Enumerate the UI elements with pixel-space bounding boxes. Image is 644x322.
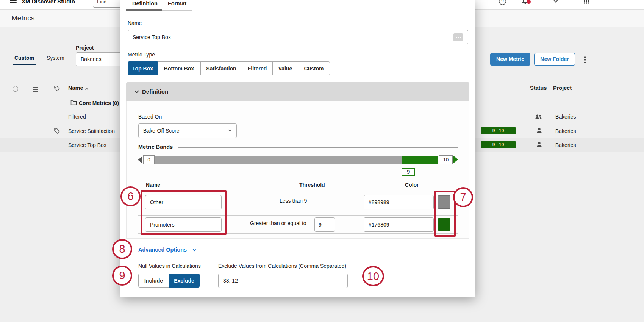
table-row-project: Bakeries (555, 128, 576, 134)
band-color-input[interactable] (364, 217, 434, 232)
table-row-folder-name[interactable]: Core Metrics (0) (79, 100, 119, 106)
null-values-exclude-button[interactable]: Exclude (169, 274, 200, 288)
account-chevron-down-icon[interactable] (553, 0, 558, 3)
metric-type-custom[interactable]: Custom (298, 61, 330, 75)
user-icon (536, 141, 542, 149)
slider-max-box: 10 (439, 155, 453, 164)
band-threshold-text: Less than 9 (280, 198, 307, 204)
range-badge: 9 - 10 (481, 127, 516, 134)
tab-custom-underline (13, 64, 36, 65)
null-values-include-button[interactable]: Include (138, 274, 169, 288)
advanced-options-link[interactable]: Advanced Options (138, 247, 187, 253)
table-row-name[interactable]: Filtered (68, 114, 86, 120)
metric-editor-dialog: Definition Format Name Metric Type Top B… (120, 0, 475, 297)
new-metric-button[interactable]: New Metric (490, 53, 530, 66)
more-options-icon[interactable] (453, 33, 463, 41)
advanced-options-chevron-icon[interactable] (193, 248, 196, 251)
menu-icon[interactable] (10, 0, 17, 7)
kebab-menu-icon[interactable] (584, 55, 586, 64)
table-row-project: Bakeries (555, 114, 576, 120)
users-icon (535, 114, 542, 122)
exclude-values-input[interactable] (218, 274, 348, 288)
app-title: XM Discover Studio (22, 0, 75, 5)
slider-right-arrow-icon[interactable] (453, 156, 458, 163)
sort-ascending-icon[interactable] (85, 88, 88, 91)
metric-type-bottom-box[interactable]: Bottom Box (157, 61, 201, 75)
null-values-group: Include Exclude (138, 274, 200, 288)
tag-icon (54, 128, 60, 136)
find-label: Find (97, 0, 106, 5)
bands-header-color: Color (405, 182, 419, 188)
select-all-circle[interactable] (13, 86, 18, 92)
help-icon[interactable]: ? (499, 0, 506, 7)
annotation-callout-9: 9 (112, 266, 132, 286)
user-icon (536, 127, 542, 135)
new-folder-button[interactable]: New Folder (534, 53, 575, 66)
based-on-value: Bake-Off Score (143, 128, 179, 134)
metric-type-label: Metric Type (128, 52, 155, 58)
column-header-name[interactable]: Name (68, 85, 83, 91)
metric-type-filtered[interactable]: Filtered (242, 61, 273, 75)
tag-icon[interactable] (54, 85, 60, 93)
screen: XM Discover Studio Find ? Metrics Projec… (0, 0, 644, 322)
slider-left-arrow-icon[interactable] (138, 156, 142, 163)
metric-type-satisfaction[interactable]: Satisfaction (200, 61, 242, 75)
table-row-name[interactable]: Service Satisfaction (68, 128, 115, 134)
slider-selected-range[interactable] (402, 156, 438, 164)
based-on-select[interactable]: Bake-Off Score (138, 123, 237, 138)
tab-custom[interactable]: Custom (14, 55, 34, 61)
annotation-callout-10: 10 (362, 266, 384, 286)
metric-type-value[interactable]: Value (272, 61, 298, 75)
annotation-rect-color-swatches (434, 191, 456, 237)
project-select[interactable]: Bakeries (76, 52, 122, 66)
dialog-tab-definition[interactable]: Definition (132, 0, 158, 6)
annotation-callout-7: 7 (453, 187, 473, 207)
table-row-project: Bakeries (555, 142, 576, 148)
definition-panel-header[interactable] (126, 82, 469, 101)
definition-section-title: Definition (142, 88, 168, 95)
slider-track[interactable] (155, 156, 402, 164)
null-values-label: Null Values in Calculations (138, 263, 201, 269)
band-color-input[interactable] (364, 195, 434, 209)
metric-type-group: Top Box Bottom Box Satisfaction Filtered… (128, 61, 330, 75)
slider-min-box: 0 (143, 155, 155, 164)
threshold-marker-flag[interactable]: 9 (402, 168, 415, 176)
page-title: Metrics (11, 14, 34, 22)
dialog-tab-format[interactable]: Format (168, 0, 186, 6)
table-row-name[interactable]: Service Top Box (68, 142, 106, 148)
column-header-project[interactable]: Project (553, 85, 572, 91)
bands-header-threshold: Threshold (299, 182, 325, 188)
project-select-value: Bakeries (81, 56, 101, 62)
column-header-status[interactable]: Status (530, 85, 547, 91)
range-badge: 9 - 10 (481, 141, 516, 148)
svg-text:?: ? (501, 0, 503, 4)
threshold-marker-line (402, 164, 402, 168)
active-tab-underline (126, 9, 162, 11)
annotation-callout-6: 6 (120, 186, 141, 206)
band-threshold-label: Greater than or equal to (250, 220, 306, 226)
bands-header-name: Name (146, 182, 160, 188)
notification-badge (527, 0, 531, 4)
exclude-values-label: Exclude Values from Calculations (Comma … (218, 263, 346, 269)
folder-icon (70, 100, 77, 107)
annotation-callout-8: 8 (112, 239, 132, 259)
annotation-rect-band-names (141, 190, 227, 235)
metric-name-input[interactable] (128, 30, 468, 44)
find-input[interactable]: Find (93, 0, 122, 8)
band-threshold-value-input[interactable] (314, 217, 335, 232)
metric-type-top-box[interactable]: Top Box (128, 61, 158, 75)
list-filter-icon[interactable] (33, 87, 38, 92)
project-label: Project (76, 45, 94, 51)
tab-system[interactable]: System (47, 55, 64, 61)
based-on-label: Based On (138, 114, 162, 120)
apps-grid-icon[interactable] (583, 0, 590, 6)
metric-name-label: Name (128, 20, 142, 26)
metric-bands-label: Metric Bands (138, 144, 173, 150)
